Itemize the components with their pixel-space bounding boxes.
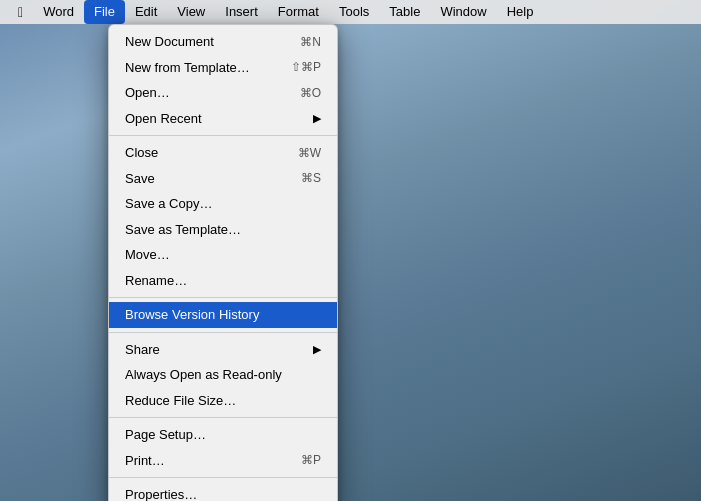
menu-item-always-open-read-only[interactable]: Always Open as Read-only [109,362,337,388]
menubar-item-window[interactable]: Window [430,0,496,24]
separator-2 [109,297,337,298]
menubar-item-edit[interactable]: Edit [125,0,167,24]
separator-1 [109,135,337,136]
menu-item-new-from-template[interactable]: New from Template… ⇧⌘P [109,55,337,81]
menu-item-save-copy[interactable]: Save a Copy… [109,191,337,217]
menubar-item-view[interactable]: View [167,0,215,24]
menubar-item-help[interactable]: Help [497,0,544,24]
desktop-background [0,0,701,501]
apple-menu-item[interactable]:  [8,0,33,24]
menu-item-rename[interactable]: Rename… [109,268,337,294]
menu-item-page-setup[interactable]: Page Setup… [109,422,337,448]
menu-item-open[interactable]: Open… ⌘O [109,80,337,106]
menu-item-properties[interactable]: Properties… [109,482,337,501]
menubar-item-tools[interactable]: Tools [329,0,379,24]
menu-item-move[interactable]: Move… [109,242,337,268]
menu-item-close[interactable]: Close ⌘W [109,140,337,166]
menu-item-print[interactable]: Print… ⌘P [109,448,337,474]
menu-item-browse-version-history[interactable]: Browse Version History [109,302,337,328]
menubar-item-file[interactable]: File [84,0,125,24]
menu-item-new-document[interactable]: New Document ⌘N [109,29,337,55]
menu-item-save-as-template[interactable]: Save as Template… [109,217,337,243]
menubar-item-insert[interactable]: Insert [215,0,268,24]
menubar:  Word File Edit View Insert Format Tool… [0,0,701,24]
menu-item-reduce-file-size[interactable]: Reduce File Size… [109,388,337,414]
separator-3 [109,332,337,333]
menubar-item-table[interactable]: Table [379,0,430,24]
menu-item-share[interactable]: Share ▶ [109,337,337,363]
menu-item-open-recent[interactable]: Open Recent ▶ [109,106,337,132]
file-menu-dropdown: New Document ⌘N New from Template… ⇧⌘P O… [108,24,338,501]
menubar-item-word[interactable]: Word [33,0,84,24]
menu-item-save[interactable]: Save ⌘S [109,166,337,192]
separator-5 [109,477,337,478]
separator-4 [109,417,337,418]
menubar-item-format[interactable]: Format [268,0,329,24]
